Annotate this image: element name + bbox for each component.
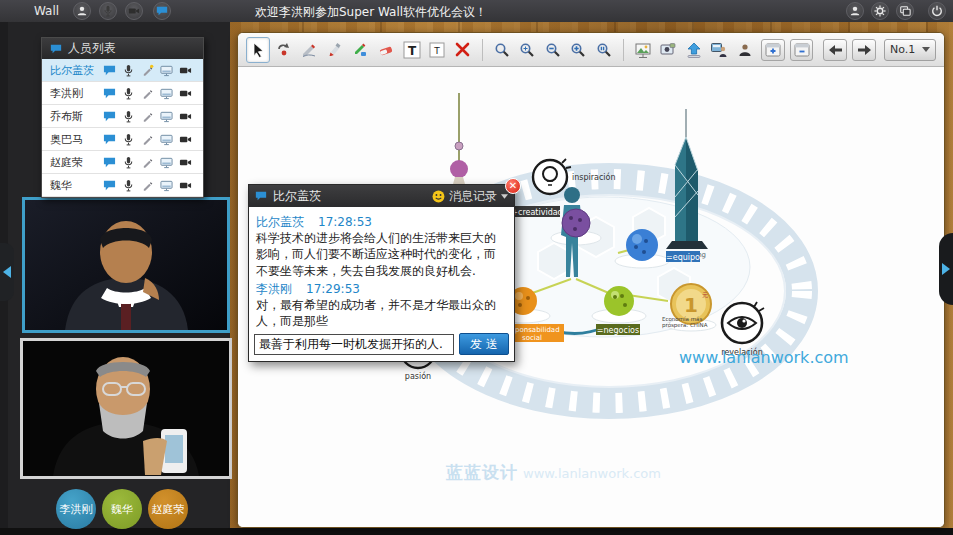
close-icon[interactable]: ✕ xyxy=(505,178,521,194)
pen-icon[interactable] xyxy=(138,63,157,78)
mic-icon[interactable] xyxy=(119,63,138,78)
camera-icon[interactable] xyxy=(125,2,143,20)
participant-list-header[interactable]: 人员列表 xyxy=(42,38,203,59)
chat-icon[interactable] xyxy=(100,63,119,78)
mic-icon[interactable] xyxy=(119,132,138,147)
watermark: 蓝蓝设计 www.lanlanwork.com xyxy=(446,461,661,484)
send-button[interactable]: 发 送 xyxy=(459,333,509,355)
chat-input[interactable] xyxy=(254,334,454,355)
pan-tool-button[interactable] xyxy=(272,37,296,63)
window-switch-icon[interactable] xyxy=(896,2,914,20)
creatividad-label: +creatividad xyxy=(511,208,562,217)
top-bar: Wall 欢迎李洪刚参加Super Wall软件优化会议！ xyxy=(0,0,953,22)
chat-input-row: 发 送 xyxy=(249,333,514,361)
roster-row-zhaotingrong[interactable]: 赵庭荣 xyxy=(42,151,203,174)
camera-icon[interactable] xyxy=(176,155,195,170)
pen-icon[interactable] xyxy=(138,109,157,124)
presenter-view-button[interactable] xyxy=(708,37,732,63)
chat-icon[interactable] xyxy=(100,86,119,101)
screen-share-icon[interactable] xyxy=(157,109,176,124)
avatar-label: 李洪刚 xyxy=(60,502,93,517)
expand-right-panel-tab[interactable] xyxy=(939,233,953,305)
select-tool-button[interactable] xyxy=(246,37,270,63)
power-icon[interactable] xyxy=(928,2,946,20)
screen-capture-button[interactable] xyxy=(656,37,680,63)
text-large-tool-button[interactable]: T xyxy=(400,37,424,63)
chevron-down-icon xyxy=(922,47,930,52)
camera-icon[interactable] xyxy=(176,86,195,101)
chat-icon[interactable] xyxy=(100,178,119,193)
emoji-icon[interactable] xyxy=(432,190,445,203)
chat-icon[interactable] xyxy=(100,109,119,124)
chat-header[interactable]: 比尔盖茨 消息记录 ✕ xyxy=(249,185,514,207)
pen-icon[interactable] xyxy=(138,132,157,147)
eraser-tool-button[interactable] xyxy=(374,37,398,63)
toolbar-divider xyxy=(623,39,624,61)
microphone-icon[interactable] xyxy=(99,2,117,20)
screen-share-icon[interactable] xyxy=(157,86,176,101)
next-page-button[interactable] xyxy=(852,39,876,61)
home-icon[interactable] xyxy=(846,2,864,20)
meeting-title: 欢迎李洪刚参加Super Wall软件优化会议！ xyxy=(255,4,487,21)
color-pen-tool-button[interactable] xyxy=(349,37,373,63)
message-history-button[interactable]: 消息记录 xyxy=(449,188,497,205)
roster-row-aobama[interactable]: 奥巴马 xyxy=(42,128,203,151)
screen-share-icon[interactable] xyxy=(157,132,176,147)
zoom-in-button[interactable] xyxy=(567,37,591,63)
obama-portrait xyxy=(25,200,227,330)
speaker-button[interactable] xyxy=(733,37,757,63)
business-ball xyxy=(604,286,634,316)
chat-icon[interactable] xyxy=(100,155,119,170)
mic-icon[interactable] xyxy=(119,178,138,193)
roster-row-bilgates[interactable]: 比尔盖茨 xyxy=(42,59,203,82)
highlighter-tool-button[interactable] xyxy=(323,37,347,63)
pen-tool-button[interactable] xyxy=(297,37,321,63)
roster-row-qiaobusi[interactable]: 乔布斯 xyxy=(42,105,203,128)
roster-row-lihonggang[interactable]: 李洪刚 xyxy=(42,82,203,105)
app-window: Wall 欢迎李洪刚参加Super Wall软件优化会议！ xyxy=(0,0,953,535)
chevron-right-icon xyxy=(942,263,950,275)
mic-icon[interactable] xyxy=(119,155,138,170)
zoom-actual-button[interactable] xyxy=(592,37,616,63)
participants-icon[interactable] xyxy=(73,2,91,20)
avatar-zhaotingrong[interactable]: 赵庭荣 xyxy=(148,489,188,529)
mic-icon[interactable] xyxy=(119,86,138,101)
pen-icon[interactable] xyxy=(138,86,157,101)
avatar-weihua[interactable]: 魏华 xyxy=(102,489,142,529)
chat-icon[interactable] xyxy=(153,2,171,20)
add-page-button[interactable] xyxy=(761,39,785,61)
screen-share-icon[interactable] xyxy=(157,63,176,78)
jobs-portrait xyxy=(23,341,229,476)
delete-tool-button[interactable] xyxy=(451,37,475,63)
page-selector-dropdown[interactable]: No.1 xyxy=(884,39,936,61)
zoom-out-button[interactable] xyxy=(541,37,565,63)
prev-page-button[interactable] xyxy=(823,39,847,61)
message-meta: 李洪刚17:29:53 xyxy=(256,281,507,297)
svg-text:T: T xyxy=(408,43,417,57)
remove-page-button[interactable] xyxy=(790,39,814,61)
camera-icon[interactable] xyxy=(176,109,195,124)
screen-share-icon[interactable] xyxy=(157,178,176,193)
toolbar-divider xyxy=(482,39,483,61)
upload-button[interactable] xyxy=(682,37,706,63)
mic-icon[interactable] xyxy=(119,109,138,124)
pen-icon[interactable] xyxy=(138,178,157,193)
text-small-tool-button[interactable]: T xyxy=(426,37,450,63)
collapse-left-panel-tab[interactable] xyxy=(0,243,14,301)
roster-row-weihua[interactable]: 魏华 xyxy=(42,174,203,197)
pen-icon[interactable] xyxy=(138,155,157,170)
settings-gear-icon[interactable] xyxy=(871,2,889,20)
zoom-fit-button[interactable] xyxy=(515,37,539,63)
zoom-search-button[interactable] xyxy=(490,37,514,63)
insert-image-board-button[interactable] xyxy=(631,37,655,63)
camera-icon[interactable] xyxy=(176,63,195,78)
chevron-down-icon xyxy=(501,194,508,199)
video-feed-obama xyxy=(22,197,230,333)
avatar-label: 赵庭荣 xyxy=(152,502,185,517)
message-sender: 李洪刚 xyxy=(256,282,292,296)
chat-icon[interactable] xyxy=(100,132,119,147)
camera-icon[interactable] xyxy=(176,132,195,147)
avatar-lihonggang[interactable]: 李洪刚 xyxy=(56,489,96,529)
camera-icon[interactable] xyxy=(176,178,195,193)
screen-share-icon[interactable] xyxy=(157,155,176,170)
